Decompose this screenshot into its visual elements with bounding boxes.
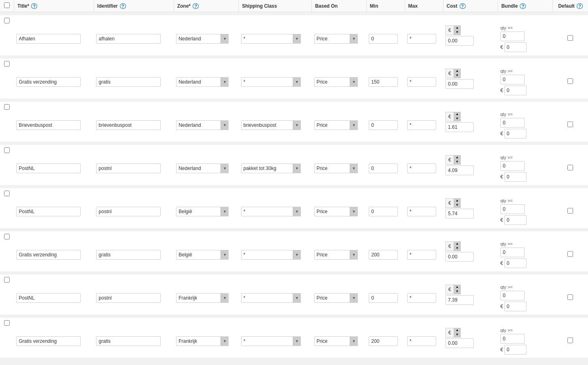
bundle-qty-input-6[interactable] bbox=[500, 248, 525, 257]
title-input-2[interactable] bbox=[16, 77, 81, 87]
bundle-euro-input-5[interactable] bbox=[504, 215, 527, 225]
row-checkbox-4[interactable] bbox=[4, 147, 10, 153]
shipping-class-select-1[interactable]: *brievenbuspostpakket tot 30kg bbox=[241, 34, 301, 44]
currency-up-btn-7[interactable]: ▲ bbox=[454, 285, 460, 289]
bundle-qty-input-1[interactable] bbox=[500, 31, 525, 41]
bundle-euro-input-2[interactable] bbox=[504, 86, 527, 95]
bundle-euro-input-7[interactable] bbox=[504, 302, 527, 311]
max-input-8[interactable] bbox=[407, 336, 436, 346]
identifier-input-3[interactable] bbox=[96, 120, 161, 130]
shipping-class-select-5[interactable]: *brievenbuspostpakket tot 30kg bbox=[241, 207, 301, 216]
zone-select-1[interactable]: NederlandBelgiëFrankrijk bbox=[176, 34, 229, 44]
row-checkbox-3[interactable] bbox=[4, 104, 10, 110]
default-checkbox-8[interactable] bbox=[567, 338, 573, 343]
zone-select-4[interactable]: NederlandBelgiëFrankrijk bbox=[176, 164, 229, 173]
currency-up-btn-3[interactable]: ▲ bbox=[454, 112, 460, 117]
identifier-input-1[interactable] bbox=[96, 34, 161, 44]
default-help-link[interactable]: ? bbox=[577, 3, 583, 9]
based-on-select-6[interactable]: PriceWeightQty bbox=[314, 250, 358, 260]
row-checkbox-5[interactable] bbox=[4, 191, 10, 196]
row-checkbox-2[interactable] bbox=[4, 61, 10, 67]
default-checkbox-7[interactable] bbox=[567, 294, 573, 300]
min-input-2[interactable] bbox=[369, 77, 398, 87]
based-on-select-7[interactable]: PriceWeightQty bbox=[314, 293, 358, 303]
row-checkbox-7[interactable] bbox=[4, 277, 10, 283]
min-input-1[interactable] bbox=[369, 34, 398, 44]
bundle-euro-input-3[interactable] bbox=[504, 129, 527, 138]
currency-down-btn-6[interactable]: ▼ bbox=[454, 246, 460, 251]
based-on-select-1[interactable]: PriceWeightQty bbox=[314, 34, 358, 44]
title-help-link[interactable]: ? bbox=[31, 3, 37, 9]
shipping-class-select-8[interactable]: *brievenbuspostpakket tot 30kg bbox=[241, 336, 301, 346]
shipping-class-select-2[interactable]: *brievenbuspostpakket tot 30kg bbox=[241, 77, 301, 87]
title-input-1[interactable] bbox=[16, 34, 81, 44]
bundle-euro-input-1[interactable] bbox=[504, 42, 527, 52]
cost-help-link[interactable]: ? bbox=[460, 3, 466, 9]
cost-input-4[interactable] bbox=[445, 166, 474, 175]
row-checkbox-8[interactable] bbox=[4, 320, 10, 326]
cost-input-5[interactable] bbox=[445, 209, 474, 218]
zone-select-8[interactable]: NederlandBelgiëFrankrijk bbox=[176, 336, 229, 346]
currency-up-btn-5[interactable]: ▲ bbox=[454, 199, 460, 203]
cost-input-8[interactable] bbox=[445, 338, 474, 348]
default-checkbox-2[interactable] bbox=[567, 78, 573, 84]
max-input-4[interactable] bbox=[407, 164, 436, 173]
identifier-input-8[interactable] bbox=[96, 336, 161, 346]
bundle-euro-input-6[interactable] bbox=[504, 258, 527, 268]
bundle-qty-input-4[interactable] bbox=[500, 161, 525, 171]
currency-down-btn-4[interactable]: ▼ bbox=[454, 160, 460, 164]
currency-down-btn-7[interactable]: ▼ bbox=[454, 289, 460, 294]
currency-up-btn-4[interactable]: ▲ bbox=[454, 155, 460, 160]
title-input-8[interactable] bbox=[16, 336, 81, 346]
shipping-class-select-7[interactable]: *brievenbuspostpakket tot 30kg bbox=[241, 293, 301, 303]
max-input-7[interactable] bbox=[407, 293, 436, 303]
bundle-qty-input-8[interactable] bbox=[500, 334, 525, 344]
identifier-input-2[interactable] bbox=[96, 77, 161, 87]
row-checkbox-6[interactable] bbox=[4, 234, 10, 239]
bundle-qty-input-3[interactable] bbox=[500, 118, 525, 128]
min-input-8[interactable] bbox=[369, 336, 398, 346]
currency-up-btn-1[interactable]: ▲ bbox=[454, 26, 460, 30]
bundle-help-link[interactable]: ? bbox=[520, 3, 526, 9]
title-input-5[interactable] bbox=[16, 207, 81, 216]
based-on-select-8[interactable]: PriceWeightQty bbox=[314, 336, 358, 346]
zone-select-7[interactable]: NederlandBelgiëFrankrijk bbox=[176, 293, 229, 303]
currency-down-btn-1[interactable]: ▼ bbox=[454, 30, 460, 35]
title-input-3[interactable] bbox=[16, 120, 81, 130]
based-on-select-4[interactable]: PriceWeightQty bbox=[314, 164, 358, 173]
cost-input-7[interactable] bbox=[445, 295, 474, 305]
currency-up-btn-8[interactable]: ▲ bbox=[454, 328, 460, 333]
currency-up-btn-2[interactable]: ▲ bbox=[454, 69, 460, 73]
identifier-help-link[interactable]: ? bbox=[120, 3, 126, 9]
currency-down-btn-5[interactable]: ▼ bbox=[454, 203, 460, 208]
identifier-input-6[interactable] bbox=[96, 250, 161, 260]
bundle-qty-input-7[interactable] bbox=[500, 291, 525, 300]
row-checkbox-1[interactable] bbox=[4, 18, 10, 23]
based-on-select-2[interactable]: PriceWeightQty bbox=[314, 77, 358, 87]
max-input-6[interactable] bbox=[407, 250, 436, 260]
zone-select-3[interactable]: NederlandBelgiëFrankrijk bbox=[176, 120, 229, 130]
cost-input-2[interactable] bbox=[445, 79, 474, 89]
min-input-7[interactable] bbox=[369, 293, 398, 303]
min-input-3[interactable] bbox=[369, 120, 398, 130]
zone-help-link[interactable]: ? bbox=[193, 3, 199, 9]
min-input-6[interactable] bbox=[369, 250, 398, 260]
based-on-select-5[interactable]: PriceWeightQty bbox=[314, 207, 358, 216]
based-on-select-3[interactable]: PriceWeightQty bbox=[314, 120, 358, 130]
title-input-7[interactable] bbox=[16, 293, 81, 303]
identifier-input-5[interactable] bbox=[96, 207, 161, 216]
shipping-class-select-4[interactable]: *brievenbuspostpakket tot 30kg bbox=[241, 164, 301, 173]
min-input-5[interactable] bbox=[369, 207, 398, 216]
cost-input-1[interactable] bbox=[445, 36, 474, 46]
currency-up-btn-6[interactable]: ▲ bbox=[454, 242, 460, 246]
zone-select-2[interactable]: NederlandBelgiëFrankrijk bbox=[176, 77, 229, 87]
identifier-input-4[interactable] bbox=[96, 164, 161, 173]
min-input-4[interactable] bbox=[369, 164, 398, 173]
default-checkbox-3[interactable] bbox=[567, 122, 573, 127]
currency-down-btn-3[interactable]: ▼ bbox=[454, 117, 460, 121]
default-checkbox-5[interactable] bbox=[567, 208, 573, 214]
currency-down-btn-8[interactable]: ▼ bbox=[454, 333, 460, 337]
max-input-1[interactable] bbox=[407, 34, 436, 44]
currency-down-btn-2[interactable]: ▼ bbox=[454, 73, 460, 78]
bundle-qty-input-5[interactable] bbox=[500, 204, 525, 214]
